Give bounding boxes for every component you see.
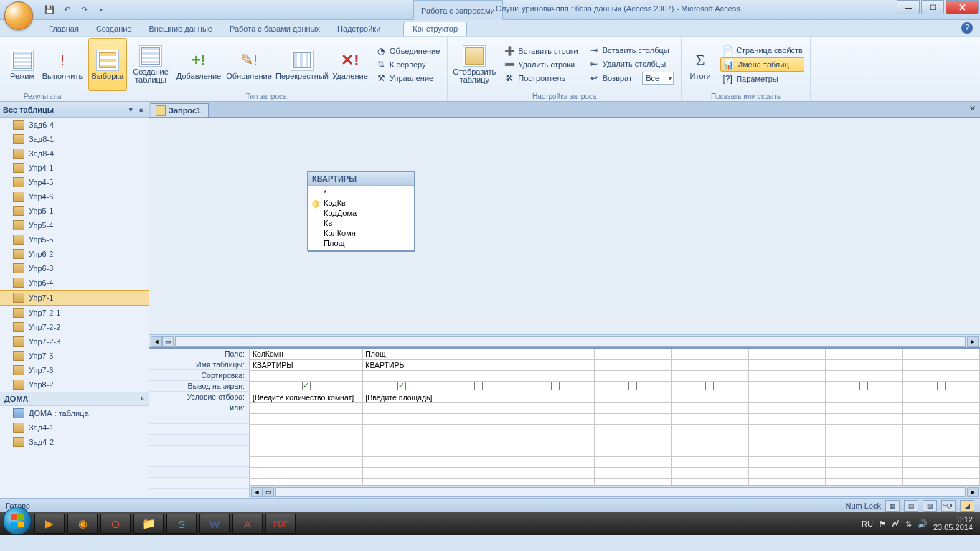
grid-cell[interactable] [903, 392, 980, 402]
grid-cell[interactable] [363, 446, 440, 456]
nav-item[interactable]: Упр6-2 [0, 247, 149, 261]
grid-cell[interactable] [748, 413, 825, 424]
show-checkbox[interactable] [937, 382, 946, 390]
grid-cell[interactable] [517, 446, 594, 456]
grid-cell[interactable] [672, 446, 748, 456]
grid-cell[interactable] [903, 467, 980, 478]
grid-cell[interactable] [517, 467, 594, 478]
grid-cell[interactable] [748, 402, 825, 413]
grid-cell[interactable] [903, 456, 980, 467]
language-indicator[interactable]: RU [862, 519, 873, 528]
grid-cell[interactable] [517, 359, 594, 370]
grid-cell[interactable] [440, 456, 517, 467]
grid-cell[interactable] [517, 424, 594, 435]
grid-cell[interactable] [903, 381, 980, 392]
show-checkbox[interactable] [705, 382, 714, 390]
grid-cell[interactable] [594, 392, 671, 402]
grid-cell[interactable] [748, 349, 825, 359]
view-button[interactable]: Режим [3, 38, 42, 91]
design-view-icon[interactable]: ◢ [960, 500, 974, 512]
grid-cell[interactable]: [Введите площадь] [363, 392, 440, 402]
taskbar-app-access[interactable]: A [232, 514, 263, 534]
builder-button[interactable]: 🛠Построитель [502, 72, 579, 85]
grid-cell[interactable] [250, 381, 363, 392]
grid-cell[interactable] [517, 413, 594, 424]
scroll-right-icon[interactable]: ► [967, 487, 979, 497]
grid-cell[interactable] [363, 370, 440, 381]
grid-cell[interactable] [594, 381, 671, 392]
taskbar-app-opera[interactable]: O [100, 514, 131, 534]
nav-item[interactable]: Зад6-4 [0, 118, 149, 132]
grid-cell[interactable] [250, 424, 363, 435]
append-button[interactable]: +!Добавление [174, 38, 223, 91]
nav-item[interactable]: Зад8-4 [0, 146, 149, 161]
taskbar-app-mediaplayer[interactable]: ▶ [34, 514, 65, 534]
grid-cell[interactable] [440, 359, 517, 370]
grid-cell[interactable] [748, 424, 825, 435]
grid-cell[interactable] [440, 370, 517, 381]
show-checkbox[interactable] [859, 382, 868, 390]
tray-network-icon[interactable]: ⇅ [905, 519, 912, 529]
table-names-button[interactable]: 📊Имена таблиц [720, 57, 804, 72]
show-checkbox[interactable] [302, 382, 311, 390]
grid-cell[interactable] [748, 435, 825, 446]
grid-cell[interactable] [903, 402, 980, 413]
grid-cell[interactable] [594, 456, 671, 467]
scroll-thumb[interactable]: ▭ [263, 487, 274, 497]
tray-battery-icon[interactable]: 🗲 [892, 519, 900, 528]
show-checkbox[interactable] [397, 382, 406, 390]
grid-cell[interactable] [672, 413, 748, 424]
nav-item[interactable]: Упр4-1 [0, 161, 149, 175]
scroll-right-icon[interactable]: ► [967, 336, 979, 347]
grid-cell[interactable] [748, 456, 825, 467]
parameters-button[interactable]: [?]Параметры [720, 72, 804, 85]
clock[interactable]: 0:1223.05.2014 [933, 516, 973, 532]
nav-pane-header[interactable]: Все таблицы ▾ « [0, 102, 149, 118]
field-item[interactable]: Кв [308, 218, 414, 228]
grid-cell[interactable] [748, 446, 825, 456]
taskbar-app-skype[interactable]: S [166, 514, 197, 534]
grid-cell[interactable] [748, 392, 825, 402]
grid-cell[interactable] [826, 467, 903, 478]
grid-cell[interactable] [826, 424, 903, 435]
grid-cell[interactable] [826, 413, 903, 424]
nav-item[interactable]: Упр7-2-1 [0, 306, 149, 320]
query-design-canvas[interactable]: КВАРТИРЫ *КодКвКодДомаКвКолКомнПлощ [149, 118, 980, 334]
grid-cell[interactable] [440, 392, 517, 402]
qat-dropdown-icon[interactable]: ▾ [93, 2, 109, 18]
grid-cell[interactable] [517, 402, 594, 413]
nav-item[interactable]: Упр7-6 [0, 363, 149, 377]
grid-cell[interactable] [594, 359, 671, 370]
nav-list[interactable]: Зад6-4Зад8-1Зад8-4Упр4-1Упр4-5Упр4-6Упр5… [0, 118, 149, 498]
tray-flag-icon[interactable]: ⚑ [879, 519, 886, 529]
grid-cell[interactable]: КВАРТИРЫ [363, 359, 440, 370]
tab-addins[interactable]: Надстройки [329, 22, 389, 36]
grid-cell[interactable]: [Введите количество комнат] [250, 392, 363, 402]
grid-cell[interactable] [903, 349, 980, 359]
grid-cell[interactable] [672, 467, 748, 478]
grid-cell[interactable] [594, 467, 671, 478]
grid-cell[interactable] [594, 446, 671, 456]
tray-volume-icon[interactable]: 🔊 [918, 519, 928, 529]
office-button[interactable] [4, 1, 33, 30]
grid-cell[interactable] [440, 349, 517, 359]
tab-home[interactable]: Главная [40, 22, 88, 36]
table-box-header[interactable]: КВАРТИРЫ [308, 172, 414, 186]
grid-cell[interactable] [826, 402, 903, 413]
grid-cell[interactable] [517, 456, 594, 467]
grid-cell[interactable] [440, 402, 517, 413]
property-sheet-button[interactable]: 📄Страница свойств [720, 44, 804, 57]
undo-icon[interactable]: ↶ [59, 2, 75, 18]
grid-cell[interactable] [250, 467, 363, 478]
close-document-icon[interactable]: ✕ [967, 104, 977, 114]
grid-cell[interactable] [903, 424, 980, 435]
grid-columns[interactable]: КолКомнПлощКВАРТИРЫКВАРТИРЫ[Введите коли… [250, 349, 980, 498]
union-button[interactable]: ◔Объединение [374, 44, 441, 57]
maximize-button[interactable]: ☐ [921, 0, 944, 14]
nav-item[interactable]: Упр6-4 [0, 276, 149, 290]
return-combo[interactable]: ↩Возврат: Все [587, 71, 675, 85]
grid-cell[interactable] [440, 435, 517, 446]
grid-cell[interactable] [672, 456, 748, 467]
show-checkbox[interactable] [783, 382, 791, 390]
grid-cell[interactable] [250, 446, 363, 456]
